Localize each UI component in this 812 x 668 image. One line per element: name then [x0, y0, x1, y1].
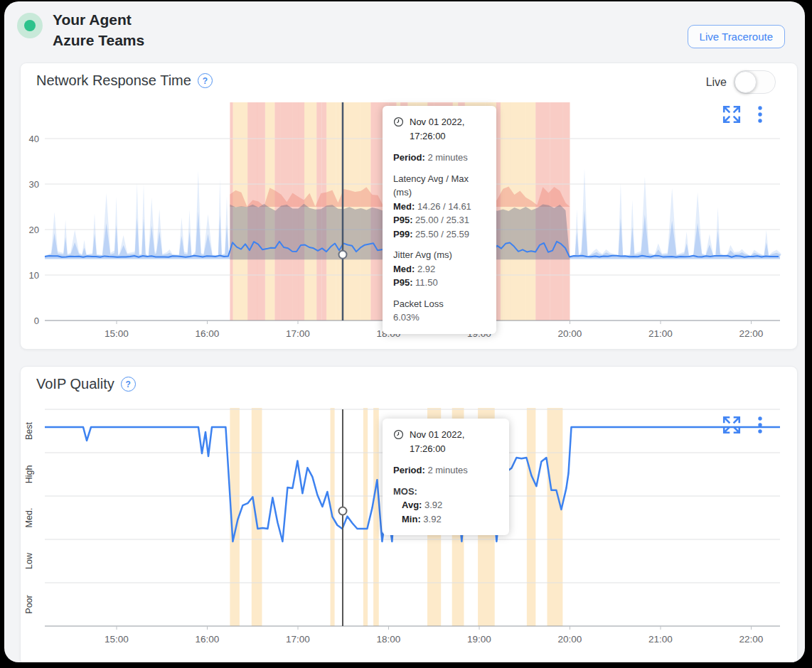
voip-chart-tooltip: Nov 01 2022, 17:26:00Period: 2 minutesMO… — [383, 419, 509, 535]
agent-name: Azure Teams — [53, 30, 144, 50]
live-toggle-knob[interactable] — [734, 71, 757, 93]
svg-text:0: 0 — [34, 316, 39, 326]
agent-title: Your Agent Azure Teams — [53, 9, 144, 50]
tooltip-row: P99: 25.50 / 25.59 — [393, 227, 486, 242]
help-icon[interactable]: ? — [198, 73, 213, 88]
tooltip-section: Latency Avg / Max (ms)Med: 14.26 / 14.61… — [393, 172, 486, 242]
tooltip-period: Period: 2 minutes — [393, 151, 486, 165]
svg-text:17:00: 17:00 — [286, 634, 310, 645]
svg-text:30: 30 — [29, 179, 39, 190]
svg-text:16:00: 16:00 — [196, 328, 220, 339]
kebab-menu-icon[interactable] — [757, 104, 763, 124]
tooltip-timestamp: Nov 01 2022, 17:26:00 — [393, 428, 498, 456]
svg-text:Best: Best — [24, 421, 34, 440]
svg-text:40: 40 — [29, 134, 39, 144]
voip-quality-card: BestHighMed.LowPoor15:0016:0017:0018:001… — [20, 366, 798, 662]
tooltip-section-heading: Latency Avg / Max (ms) — [393, 172, 486, 200]
network-card-title: Network Response Time ? — [36, 72, 213, 89]
svg-text:22:00: 22:00 — [739, 328, 764, 339]
svg-text:Poor: Poor — [24, 595, 34, 613]
tooltip-section-heading: Packet Loss — [393, 297, 486, 311]
tooltip-row: P95: 25.00 / 25.31 — [393, 213, 486, 227]
tooltip-row: Min: 3.92 — [393, 512, 498, 527]
svg-text:21:00: 21:00 — [648, 634, 673, 645]
agent-label: Your Agent — [53, 9, 144, 30]
live-toggle-label: Live — [706, 76, 727, 89]
app-window: Your Agent Azure Teams Live Traceroute 0… — [4, 1, 805, 662]
tooltip-period: Period: 2 minutes — [393, 463, 498, 478]
svg-text:20:00: 20:00 — [558, 634, 582, 645]
kebab-menu-icon[interactable] — [757, 415, 763, 435]
svg-text:22:00: 22:00 — [739, 634, 764, 645]
voip-card-title: VoIP Quality ? — [36, 376, 136, 392]
tooltip-section: Jitter Avg (ms)Med: 2.92P95: 11.50 — [393, 248, 486, 290]
network-card-title-text: Network Response Time — [36, 72, 191, 89]
agent-status-avatar — [17, 13, 43, 38]
live-toggle[interactable] — [734, 70, 776, 94]
tooltip-section-heading: MOS: — [393, 485, 498, 499]
tooltip-row: Med: 14.26 / 14.61 — [393, 200, 486, 214]
live-traceroute-button[interactable]: Live Traceroute — [688, 25, 785, 48]
tooltip-row: 6.03% — [393, 311, 486, 325]
svg-text:16:00: 16:00 — [196, 634, 220, 645]
tooltip-section: MOS:Avg: 3.92Min: 3.92 — [393, 485, 498, 527]
tooltip-section-heading: Jitter Avg (ms) — [393, 248, 486, 262]
page-header: Your Agent Azure Teams Live Traceroute — [4, 1, 805, 63]
agent-status-dot — [24, 20, 36, 31]
help-icon[interactable]: ? — [121, 377, 136, 392]
svg-text:Med.: Med. — [24, 508, 34, 528]
svg-text:20:00: 20:00 — [558, 328, 582, 339]
expand-icon[interactable] — [722, 415, 742, 435]
svg-text:Low: Low — [24, 552, 34, 569]
svg-text:21:00: 21:00 — [648, 328, 673, 339]
network-chart-tooltip: Nov 01 2022, 17:26:00Period: 2 minutesLa… — [383, 106, 496, 334]
tooltip-row: Med: 2.92 — [393, 262, 486, 276]
network-response-time-card: 01020304015:0016:0017:0018:0019:0020:002… — [20, 63, 798, 350]
svg-text:17:00: 17:00 — [286, 328, 310, 339]
svg-text:10: 10 — [29, 270, 39, 281]
tooltip-section: Packet Loss6.03% — [393, 297, 486, 325]
tooltip-row: P95: 11.50 — [393, 276, 486, 290]
svg-text:15:00: 15:00 — [105, 328, 129, 339]
voip-card-title-text: VoIP Quality — [36, 376, 114, 392]
svg-text:18:00: 18:00 — [377, 634, 401, 645]
svg-text:19:00: 19:00 — [467, 634, 491, 645]
tooltip-row: Avg: 3.92 — [393, 498, 498, 512]
expand-icon[interactable] — [722, 104, 742, 124]
tooltip-timestamp: Nov 01 2022, 17:26:00 — [393, 115, 486, 143]
svg-text:High: High — [24, 465, 34, 484]
svg-text:15:00: 15:00 — [105, 634, 129, 645]
svg-text:20: 20 — [29, 225, 39, 235]
